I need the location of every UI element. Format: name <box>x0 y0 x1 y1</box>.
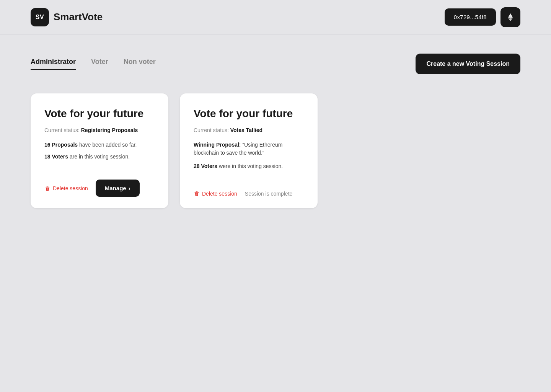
logo-area: SV SmartVote <box>31 8 103 26</box>
manage-button-1[interactable]: Manage › <box>96 180 140 197</box>
tab-non-voter[interactable]: Non voter <box>124 58 156 70</box>
tab-administrator[interactable]: Administrator <box>31 58 76 70</box>
card-1-footer: Delete session Manage › <box>44 172 155 197</box>
app-logo: SV <box>31 8 49 26</box>
app-title: SmartVote <box>54 11 103 23</box>
card-2-footer: Delete session Session is complete <box>194 183 304 197</box>
trash-icon-2 <box>194 191 200 197</box>
delete-session-button-1[interactable]: Delete session <box>44 185 88 191</box>
tabs-bar: Administrator Voter Non voter Create a n… <box>31 54 520 74</box>
chevron-right-icon: › <box>129 185 130 191</box>
voting-session-card-2: Vote for your future Current status: Vot… <box>180 93 318 208</box>
header-right: 0x729...54f8 <box>445 7 520 27</box>
tab-voter[interactable]: Voter <box>91 58 108 70</box>
main-content: Administrator Voter Non voter Create a n… <box>0 34 551 227</box>
card-2-status: Current status: Votes Tallied <box>194 127 304 133</box>
trash-icon <box>44 185 51 191</box>
card-1-voters: 18 Voters are in this voting session. <box>44 153 155 161</box>
create-voting-session-button[interactable]: Create a new Voting Session <box>416 54 520 74</box>
ethereum-icon-button[interactable] <box>500 7 520 27</box>
ethereum-icon <box>506 13 515 22</box>
delete-session-button-2[interactable]: Delete session <box>194 191 237 197</box>
app-header: SV SmartVote 0x729...54f8 <box>0 0 551 34</box>
voting-session-card-1: Vote for your future Current status: Reg… <box>31 93 168 208</box>
card-1-status: Current status: Registering Proposals <box>44 127 155 133</box>
wallet-address-button[interactable]: 0x729...54f8 <box>445 8 496 26</box>
card-1-title: Vote for your future <box>44 107 155 120</box>
card-1-proposals: 16 Proposals have been added so far. <box>44 141 155 149</box>
card-2-voters: 28 Voters were in this voting session. <box>194 162 304 170</box>
cards-container: Vote for your future Current status: Reg… <box>31 93 520 208</box>
session-complete-label: Session is complete <box>245 191 293 197</box>
card-2-title: Vote for your future <box>194 107 304 120</box>
card-2-winning-proposal: Winning Proposal: “Using Ethereum blockc… <box>194 141 304 157</box>
